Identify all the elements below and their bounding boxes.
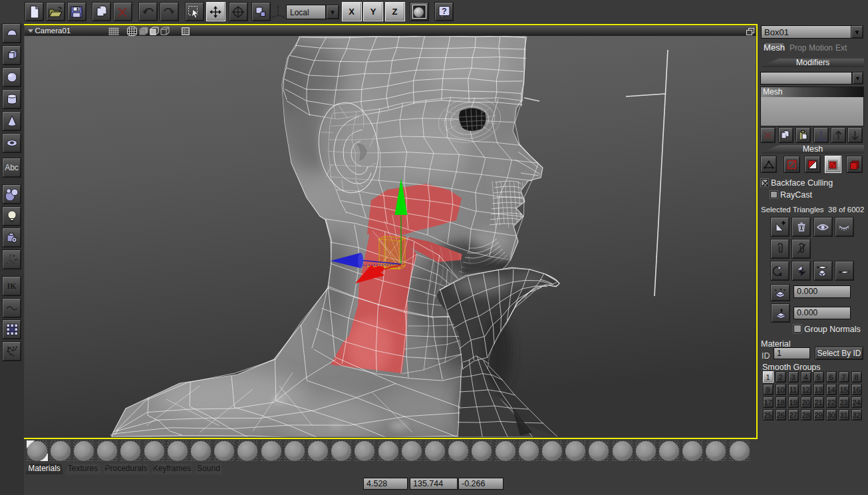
svg-text:?: ? — [442, 6, 446, 15]
